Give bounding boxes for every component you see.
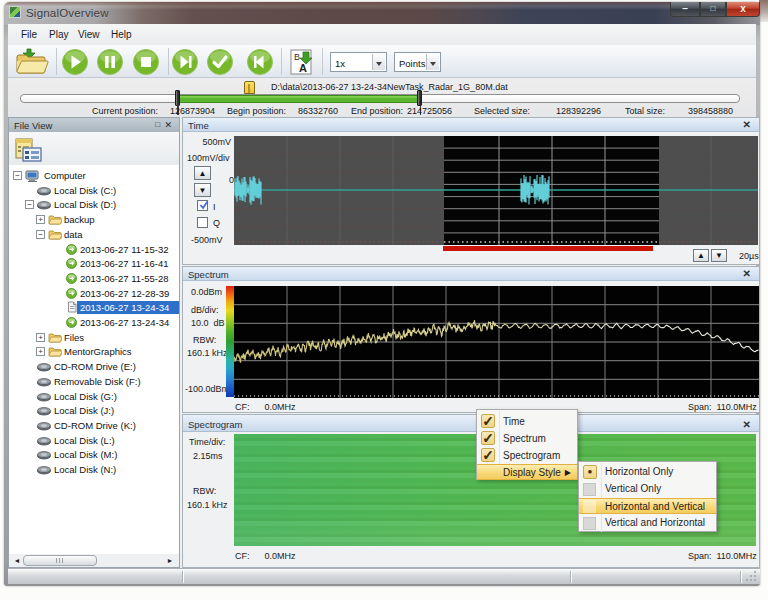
svg-text:A: A [299, 62, 307, 74]
svg-text:B: B [294, 52, 300, 62]
